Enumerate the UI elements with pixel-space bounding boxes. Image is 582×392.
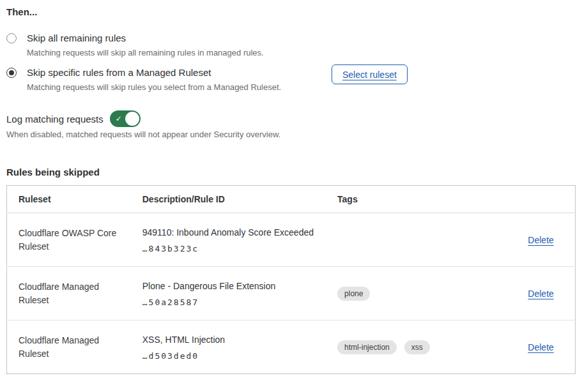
delete-link[interactable]: Delete xyxy=(528,235,553,245)
radio-option-skip-specific[interactable]: Skip specific rules from a Managed Rules… xyxy=(6,66,211,79)
tags-cell: plone xyxy=(337,267,503,320)
log-matching-label: Log matching requests xyxy=(6,114,103,124)
tag-pill: xss xyxy=(404,340,430,354)
rules-being-skipped-heading: Rules being skipped xyxy=(6,167,100,177)
rule-id: …843b323c xyxy=(142,244,337,253)
rule-description: 949110: Inbound Anomaly Score Exceeded xyxy=(142,226,337,239)
waf-rule-action-panel: Then... Skip all remaining rules Matchin… xyxy=(0,0,582,392)
rule-id: …50a28587 xyxy=(142,298,337,307)
toggle-knob xyxy=(125,112,139,126)
radio-description: Matching requests will skip all remainin… xyxy=(27,47,264,58)
radio-option-skip-all[interactable]: Skip all remaining rules xyxy=(6,32,126,45)
log-matching-toggle[interactable]: ✓ xyxy=(110,110,141,127)
table-row: Cloudflare OWASP Core Ruleset 949110: In… xyxy=(7,213,576,267)
column-header-description: Description/Rule ID xyxy=(142,186,337,213)
delete-link[interactable]: Delete xyxy=(528,289,553,299)
log-matching-description: When disabled, matched requests will not… xyxy=(6,130,280,139)
radio-label[interactable]: Skip all remaining rules xyxy=(27,32,126,45)
rules-table: Ruleset Description/Rule ID Tags Cloudfl… xyxy=(6,185,576,374)
rule-description: Plone - Dangerous File Extension xyxy=(142,280,337,293)
ruleset-name: Cloudflare Managed Ruleset xyxy=(19,334,124,361)
table-header-row: Ruleset Description/Rule ID Tags xyxy=(7,186,576,213)
log-matching-row: Log matching requests ✓ xyxy=(6,110,141,127)
then-heading: Then... xyxy=(6,6,37,17)
tags-cell xyxy=(337,213,503,267)
tag-pill: html-injection xyxy=(337,340,397,354)
tag-pill: plone xyxy=(337,287,370,301)
column-header-tags: Tags xyxy=(337,186,503,213)
ruleset-name: Cloudflare Managed Ruleset xyxy=(19,280,124,307)
table-row: Cloudflare Managed Ruleset Plone - Dange… xyxy=(7,267,576,320)
rule-id: …d503ded0 xyxy=(142,351,337,361)
radio-button-unselected[interactable] xyxy=(6,33,17,43)
radio-label[interactable]: Skip specific rules from a Managed Rules… xyxy=(27,66,211,79)
radio-description: Matching requests will skip rules you se… xyxy=(27,82,281,93)
select-ruleset-button[interactable]: Select ruleset xyxy=(332,64,408,84)
rule-description: XSS, HTML Injection xyxy=(142,333,337,347)
ruleset-name: Cloudflare OWASP Core Ruleset xyxy=(19,227,124,253)
column-header-action xyxy=(503,186,575,213)
check-icon: ✓ xyxy=(116,114,122,123)
table-row: Cloudflare Managed Ruleset XSS, HTML Inj… xyxy=(7,320,576,374)
delete-link[interactable]: Delete xyxy=(528,342,553,352)
tags-cell: html-injection xss xyxy=(337,320,503,374)
column-header-ruleset: Ruleset xyxy=(7,186,142,213)
radio-button-selected[interactable] xyxy=(6,68,17,78)
